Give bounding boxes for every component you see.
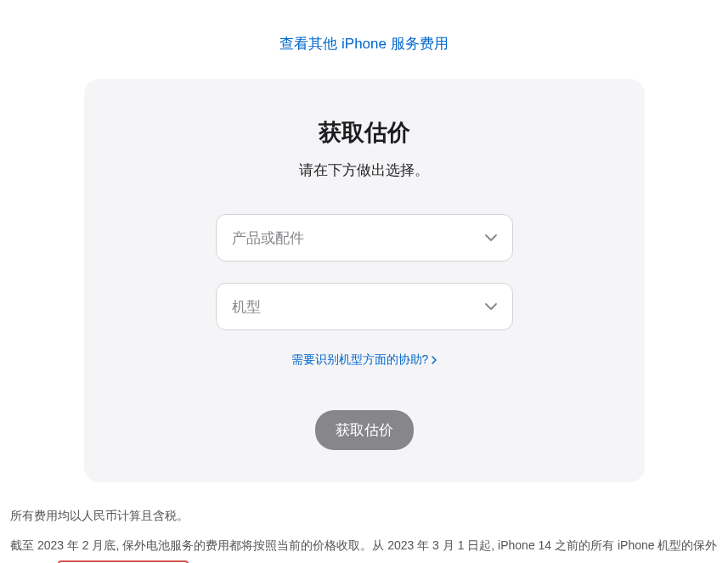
other-services-link[interactable]: 查看其他 iPhone 服务费用 [279, 36, 448, 52]
card-title: 获取估价 [118, 117, 611, 148]
header-link-container: 查看其他 iPhone 服务费用 [0, 0, 728, 79]
chevron-right-icon [432, 356, 437, 364]
chevron-down-icon [485, 303, 497, 310]
help-link-text: 需要识别机型方面的协助? [291, 352, 429, 368]
get-estimate-button[interactable]: 获取估价 [315, 410, 414, 450]
product-select[interactable]: 产品或配件 [216, 214, 513, 262]
submit-row: 获取估价 [118, 410, 611, 450]
chevron-down-icon [485, 234, 497, 241]
product-select-placeholder: 产品或配件 [232, 228, 304, 248]
footer-price-note: 截至 2023 年 2 月底, 保外电池服务的费用都将按照当前的价格收取。从 2… [10, 533, 718, 563]
footer-note-before: 截至 2023 年 2 月底, 保外电池服务的费用都将按照当前的价格收取。从 2… [10, 538, 717, 563]
estimate-card: 获取估价 请在下方做出选择。 产品或配件 机型 需要识别机型方面的协助? 获取估… [84, 79, 645, 482]
model-select-placeholder: 机型 [232, 297, 261, 317]
model-select[interactable]: 机型 [216, 283, 513, 330]
footer-tax-note: 所有费用均以人民币计算且含税。 [10, 504, 718, 528]
footer-text: 所有费用均以人民币计算且含税。 截至 2023 年 2 月底, 保外电池服务的费… [0, 482, 728, 563]
identify-model-help-link[interactable]: 需要识别机型方面的协助? [291, 352, 437, 368]
card-subtitle: 请在下方做出选择。 [118, 160, 611, 180]
model-select-wrapper: 机型 [216, 283, 513, 330]
product-select-wrapper: 产品或配件 [216, 214, 513, 262]
